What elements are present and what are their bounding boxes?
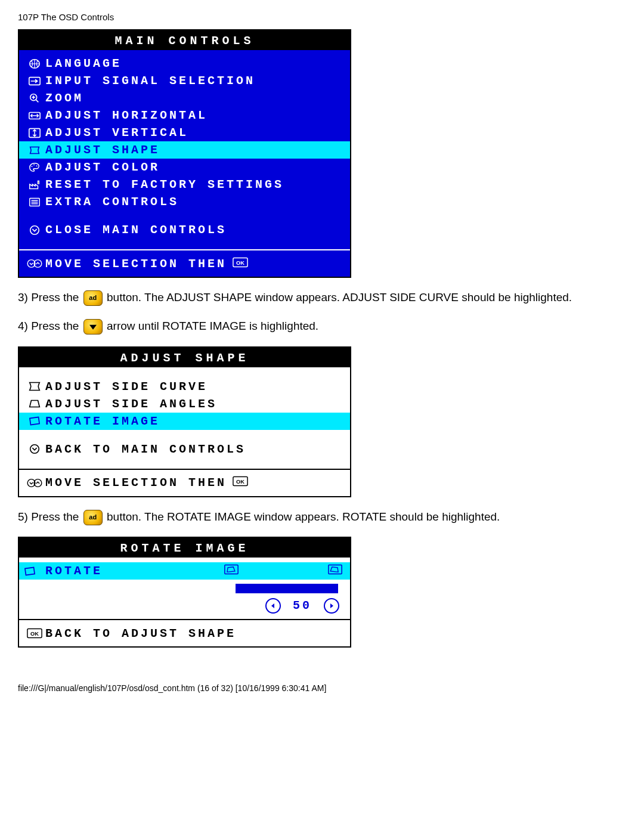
osd-rotate-image: ROTATE IMAGE ROTATE	[18, 537, 351, 648]
rotate-right-preset-icon	[327, 563, 343, 578]
decrement-button[interactable]	[265, 598, 281, 614]
menu-item-language[interactable]: LANGUAGE	[19, 55, 350, 72]
rotate-icon	[19, 565, 41, 577]
menu-item-close[interactable]: CLOSE MAIN CONTROLS	[19, 221, 350, 239]
osd-adjust-shape: ADJUST SHAPE ADJUST SIDE CURVE ADJUST SI…	[18, 346, 351, 497]
menu-item-rotate-image[interactable]: ROTATE IMAGE	[19, 413, 350, 430]
list-icon	[24, 196, 45, 208]
menu-item-extra-controls[interactable]: EXTRA CONTROLS	[19, 193, 350, 210]
osd-rotate-title: ROTATE IMAGE	[19, 538, 350, 558]
rotate-param-row[interactable]: ROTATE	[19, 562, 350, 580]
svg-point-5	[32, 166, 33, 167]
rotate-value-row: 50	[19, 597, 350, 614]
doc-step-4: 4) Press the arrow until ROTATE IMAGE is…	[18, 317, 626, 335]
ok-button-icon: ad	[83, 510, 103, 525]
up-down-icon	[24, 477, 45, 489]
osd-main-controls: MAIN CONTROLS LANGUAGE INPUT SIGNAL SELE…	[18, 29, 351, 278]
osd-shape-title: ADJUST SHAPE	[19, 348, 350, 367]
svg-rect-20	[25, 567, 35, 575]
factory-icon	[24, 179, 45, 191]
zoom-icon	[24, 92, 45, 104]
doc-step-5: 5) Press the ad button. The ROTATE IMAGE…	[18, 508, 626, 526]
menu-item-zoom[interactable]: ZOOM	[19, 89, 350, 107]
osd-rotate-footer: OK BACK TO ADJUST SHAPE	[19, 619, 350, 646]
svg-text:OK: OK	[236, 479, 244, 485]
svg-text:OK: OK	[236, 259, 244, 265]
doc-step-3: 3) Press the ad button. The ADJUST SHAPE…	[18, 289, 626, 306]
svg-point-9	[30, 225, 39, 234]
ok-icon: OK	[24, 628, 45, 639]
svg-rect-22	[329, 565, 342, 574]
globe-icon	[24, 58, 45, 70]
pincushion-icon	[24, 380, 45, 392]
close-down-icon	[24, 224, 45, 236]
ok-button-icon: ad	[83, 290, 103, 306]
trapezoid-icon	[24, 398, 45, 410]
menu-item-side-curve[interactable]: ADJUST SIDE CURVE	[19, 378, 350, 395]
doc-header: 107P The OSD Controls	[18, 12, 626, 22]
vertical-icon	[24, 127, 45, 139]
svg-rect-14	[30, 417, 39, 425]
down-arrow-button-icon	[83, 319, 103, 335]
page-footer: file:///G|/manual/english/107P/osd/osd_c…	[18, 683, 626, 693]
menu-item-side-angles[interactable]: ADJUST SIDE ANGLES	[19, 395, 350, 413]
menu-item-adjust-horizontal[interactable]: ADJUST HORIZONTAL	[19, 107, 350, 124]
rotate-slider-bar[interactable]	[236, 584, 338, 593]
menu-item-adjust-shape[interactable]: ADJUST SHAPE	[19, 141, 350, 159]
menu-item-back-main[interactable]: BACK TO MAIN CONTROLS	[19, 441, 350, 458]
increment-button[interactable]	[324, 598, 339, 614]
ok-icon: OK	[233, 476, 248, 490]
osd-shape-footer: MOVE SELECTION THEN OK	[19, 469, 350, 496]
osd-main-title: MAIN CONTROLS	[19, 30, 350, 50]
input-icon	[24, 75, 45, 87]
svg-text:OK: OK	[30, 631, 39, 637]
horizontal-icon	[24, 110, 45, 122]
menu-item-adjust-vertical[interactable]: ADJUST VERTICAL	[19, 124, 350, 141]
svg-rect-21	[225, 565, 238, 574]
back-down-icon	[24, 443, 45, 455]
menu-item-input-signal[interactable]: INPUT SIGNAL SELECTION	[19, 72, 350, 89]
rotate-value: 50	[284, 599, 320, 612]
menu-item-adjust-color[interactable]: ADJUST COLOR	[19, 159, 350, 176]
palette-icon	[24, 162, 45, 174]
menu-item-reset-factory[interactable]: RESET TO FACTORY SETTINGS	[19, 176, 350, 193]
svg-point-6	[33, 164, 35, 165]
svg-point-7	[36, 165, 38, 166]
up-down-icon	[24, 258, 45, 270]
shape-icon	[24, 144, 45, 156]
rotate-icon	[24, 415, 45, 427]
rotate-left-preset-icon	[224, 563, 239, 578]
svg-point-15	[30, 445, 39, 454]
rotate-slider-row	[19, 580, 350, 597]
ok-icon: OK	[233, 257, 248, 271]
osd-main-footer: MOVE SELECTION THEN OK	[19, 249, 350, 277]
